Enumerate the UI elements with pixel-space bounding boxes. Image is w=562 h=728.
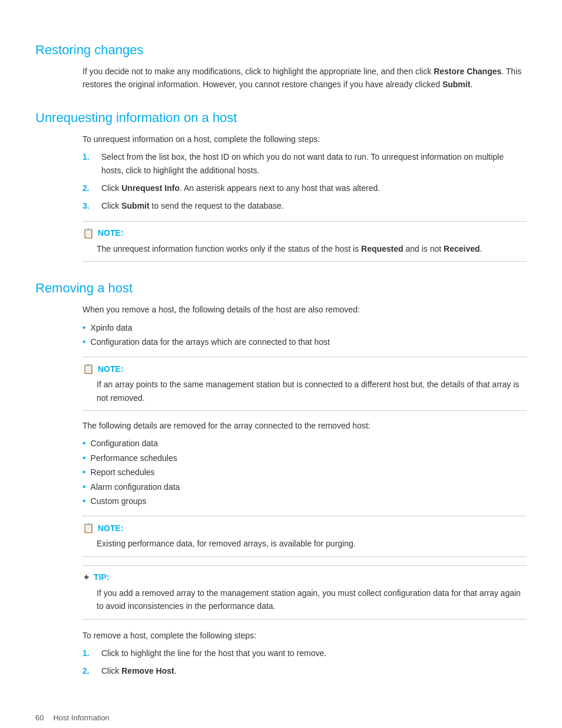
step-3-text: Click Submit to send the request to the …: [101, 199, 284, 212]
removing-step-2: 2. Click Remove Host.: [82, 664, 527, 677]
bullet-item-custom-groups-text: Custom groups: [91, 495, 147, 508]
tip-body-1: If you add a removed array to the manage…: [97, 587, 527, 613]
tip-header-1: ✦ TIP:: [82, 572, 527, 583]
bullet-item-xpinfo-text: Xpinfo data: [91, 321, 133, 334]
bullet-item-report-schedules-text: Report schedules: [91, 466, 155, 479]
note-body-2: If an array points to the same managemen…: [97, 378, 527, 404]
removing-host-bullet-list-2: Configuration data Performance schedules…: [82, 437, 527, 508]
removing-step-1-text: Click to highlight the line for the host…: [101, 647, 326, 660]
removing-host-body: When you remove a host, the following de…: [82, 303, 527, 678]
removing-note-1: 📋 NOTE: If an array points to the same m…: [82, 357, 527, 411]
bullet-item-alarm-config-text: Alarm configuration data: [91, 480, 180, 493]
unrequesting-body: To unrequest information on a host, comp…: [82, 133, 527, 262]
removing-tip-1: ✦ TIP: If you add a removed array to the…: [82, 565, 527, 620]
footer-section-label: Host Information: [53, 713, 109, 722]
unrequesting-step-1: 1. Select from the list box, the host ID…: [82, 150, 527, 177]
submit-bold-1: Submit: [442, 80, 470, 89]
removing-step-num-1: 1.: [82, 647, 99, 660]
note-label-3: NOTE:: [98, 523, 124, 533]
bullet-item-perf-schedules-text: Performance schedules: [91, 452, 177, 465]
section-title-unrequesting: Unrequesting information on a host: [35, 110, 527, 126]
submit-bold-2: Submit: [121, 201, 149, 210]
bullet-item-config-arrays-text: Configuration data for the arrays which …: [91, 335, 330, 348]
unrequesting-steps-list: 1. Select from the list box, the host ID…: [82, 150, 527, 213]
page-number: 60: [35, 713, 44, 722]
bullet-item-perf-schedules: Performance schedules: [82, 452, 527, 465]
note-icon-3: 📋: [82, 522, 94, 533]
note-label-1: NOTE:: [98, 228, 124, 238]
bullet-item-config-data: Configuration data: [82, 437, 527, 450]
section-title-restoring: Restoring changes: [35, 42, 527, 58]
bullet-item-config-data-text: Configuration data: [91, 437, 158, 450]
bullet-item-report-schedules: Report schedules: [82, 466, 527, 479]
unrequesting-step-2: 2. Click Unrequest Info. An asterisk app…: [82, 182, 527, 195]
step-1-text: Select from the list box, the host ID on…: [101, 150, 527, 177]
removing-step-2-text: Click Remove Host.: [101, 664, 177, 677]
step-num-1: 1.: [82, 150, 99, 177]
note-body-3: Existing performance data, for removed a…: [97, 537, 527, 550]
section-title-removing: Removing a host: [35, 281, 527, 296]
bullet-item-custom-groups: Custom groups: [82, 495, 527, 508]
note-icon-2: 📋: [82, 363, 94, 374]
note-header-3: 📋 NOTE:: [82, 522, 527, 533]
remove-host-bold: Remove Host: [121, 666, 174, 676]
removing-steps-intro: To remove a host, complete the following…: [82, 629, 527, 642]
removing-step-num-2: 2.: [82, 664, 99, 677]
tip-icon-1: ✦: [82, 572, 90, 583]
restoring-changes-body: If you decide not to make any modificati…: [82, 65, 527, 91]
note-header-1: 📋 NOTE:: [82, 228, 527, 239]
removing-note-2: 📋 NOTE: Existing performance data, for r…: [82, 516, 527, 556]
note-icon-1: 📋: [82, 228, 94, 239]
removing-host-bullet-list-1: Xpinfo data Configuration data for the a…: [82, 321, 527, 349]
removing-steps-list: 1. Click to highlight the line for the h…: [82, 647, 527, 678]
tip-label-1: TIP:: [94, 572, 109, 582]
note-body-1: The unrequest information function works…: [97, 242, 527, 255]
removing-host-intro: When you remove a host, the following de…: [82, 303, 527, 316]
restore-changes-bold: Restore Changes: [434, 67, 501, 76]
removing-step-1: 1. Click to highlight the line for the h…: [82, 647, 527, 660]
bullet-item-config-arrays: Configuration data for the arrays which …: [82, 335, 527, 348]
note-label-2: NOTE:: [98, 364, 124, 374]
restoring-changes-paragraph: If you decide not to make any modificati…: [82, 65, 527, 91]
step-num-3: 3.: [82, 199, 99, 212]
bullet-item-xpinfo: Xpinfo data: [82, 321, 527, 334]
removing-details-intro: The following details are removed for th…: [82, 419, 527, 432]
step-num-2: 2.: [82, 182, 99, 195]
page-footer: 60 Host Information: [35, 713, 527, 722]
requested-bold: Requested: [361, 244, 404, 253]
unrequesting-note: 📋 NOTE: The unrequest information functi…: [82, 221, 527, 262]
unrequesting-intro: To unrequest information on a host, comp…: [82, 133, 527, 146]
bullet-item-alarm-config: Alarm configuration data: [82, 480, 527, 493]
unrequest-info-bold: Unrequest Info: [121, 183, 180, 193]
unrequesting-step-3: 3. Click Submit to send the request to t…: [82, 199, 527, 212]
step-2-text: Click Unrequest Info. An asterisk appear…: [101, 182, 380, 195]
note-header-2: 📋 NOTE:: [82, 363, 527, 374]
received-bold: Received: [444, 244, 480, 253]
